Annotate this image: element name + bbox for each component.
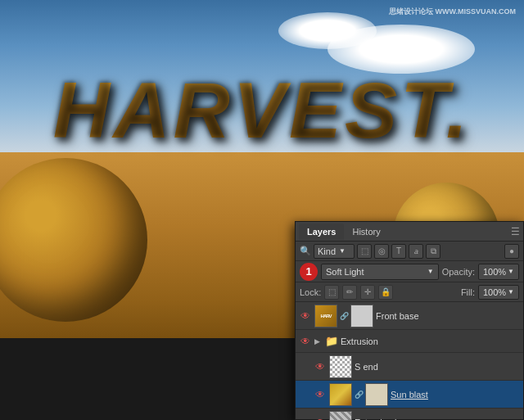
folder-name-extrusion: Extrusion <box>341 336 520 346</box>
layer-visibility-extrusion[interactable]: 👁 <box>299 335 312 348</box>
fill-dropdown[interactable]: 100% ▼ <box>478 285 519 300</box>
harvest-text-layer: HARVEST. <box>16 65 508 156</box>
opacity-dropdown[interactable]: 100% ▼ <box>478 264 519 280</box>
lock-label: Lock: <box>300 287 321 297</box>
layer-visibility-s-end[interactable]: 👁 <box>314 360 327 373</box>
fill-label: Fill: <box>461 287 475 297</box>
bottom-dark-area <box>0 338 311 420</box>
fill-value-text: 100% <box>483 287 506 297</box>
filter-icon-btn-5[interactable]: ⧉ <box>426 244 440 259</box>
layer-visibility-front-base[interactable]: 👁 <box>299 309 312 323</box>
filter-kind-dropdown[interactable]: Kind ▼ <box>314 244 355 259</box>
layer-name-s-end: S end <box>355 362 520 372</box>
blend-mode-row: 1 Soft Light ▼ Opacity: 100% ▼ <box>296 261 523 282</box>
opacity-label: Opacity: <box>442 267 475 277</box>
layer-thumb-sun-blast <box>329 383 352 406</box>
filter-icon-btn-3[interactable]: T <box>391 244 406 259</box>
lock-paint-btn[interactable]: ✏ <box>342 285 357 300</box>
layer-row-sun-blast[interactable]: 👁 🔗 Sun blast <box>296 381 523 409</box>
folder-row-extrusion[interactable]: 👁 ▶ 📁 Extrusion <box>296 330 523 353</box>
layer-link-front-base[interactable]: 🔗 <box>340 309 348 323</box>
panel-menu-icon[interactable]: ☰ <box>511 226 520 237</box>
lock-all-btn[interactable]: 🔒 <box>378 285 393 300</box>
blend-mode-arrow: ▼ <box>427 268 434 275</box>
layer-row-s-end[interactable]: 👁 S end <box>296 353 523 381</box>
blend-mode-label: Soft Light <box>326 267 364 277</box>
layer-visibility-sun-blast[interactable]: 👁 <box>314 388 327 401</box>
layer-visibility-extrusion-base[interactable]: 👁 <box>314 416 327 421</box>
watermark: 思绪设计论坛 WWW.MISSVUAN.COM <box>389 7 516 17</box>
lock-pixel-btn[interactable]: ⬚ <box>324 285 339 300</box>
filter-row: 🔍 Kind ▼ ⬚ ◎ T 𝘢 ⧉ ● <box>296 242 523 261</box>
layers-panel: Layers History ☰ 🔍 Kind ▼ ⬚ ◎ T 𝘢 ⧉ ● 1 … <box>295 221 524 420</box>
layer-mask-front-base <box>350 305 373 327</box>
tab-history[interactable]: History <box>344 224 388 240</box>
layer-name-extrusion-base: Extrusion base <box>355 418 520 421</box>
cloud-2 <box>278 12 377 49</box>
layer-name-sun-blast: Sun blast <box>391 390 520 400</box>
layer-name-front-base: Front base <box>376 311 520 321</box>
opacity-value-text: 100% <box>483 267 506 277</box>
filter-icon-btn-4[interactable]: 𝘢 <box>409 244 423 259</box>
lock-row: Lock: ⬚ ✏ ✛ 🔒 Fill: 100% ▼ <box>296 282 523 302</box>
layer-thumb-extrusion-base <box>329 411 352 421</box>
filter-icon-btn-2[interactable]: ◎ <box>374 244 389 259</box>
search-icon: 🔍 <box>300 246 311 256</box>
filter-icon-btn-6[interactable]: ● <box>504 244 519 259</box>
layer-row-extrusion-base[interactable]: 👁 Extrusion base <box>296 409 523 420</box>
folder-icon: 📁 <box>325 335 338 347</box>
layer-thumb-s-end <box>329 355 352 378</box>
opacity-arrow: ▼ <box>508 268 514 275</box>
panel-tab-bar: Layers History ☰ <box>296 222 523 242</box>
blend-mode-dropdown[interactable]: Soft Light ▼ <box>321 264 439 280</box>
folder-expand-arrow[interactable]: ▶ <box>314 337 323 345</box>
layer-row-front-base[interactable]: 👁 HARV 🔗 Front base <box>296 302 523 330</box>
fill-arrow: ▼ <box>508 288 514 296</box>
layer-link-sun-blast[interactable]: 🔗 <box>355 388 363 401</box>
filter-icon-btn-1[interactable]: ⬚ <box>357 244 372 259</box>
lock-position-btn[interactable]: ✛ <box>360 285 375 300</box>
step-badge-1: 1 <box>300 263 318 281</box>
filter-dropdown-arrow: ▼ <box>339 247 346 255</box>
layer-mask-sun-blast <box>365 383 388 406</box>
tab-layers[interactable]: Layers <box>299 224 344 240</box>
layer-thumb-front-base: HARV <box>314 305 337 327</box>
